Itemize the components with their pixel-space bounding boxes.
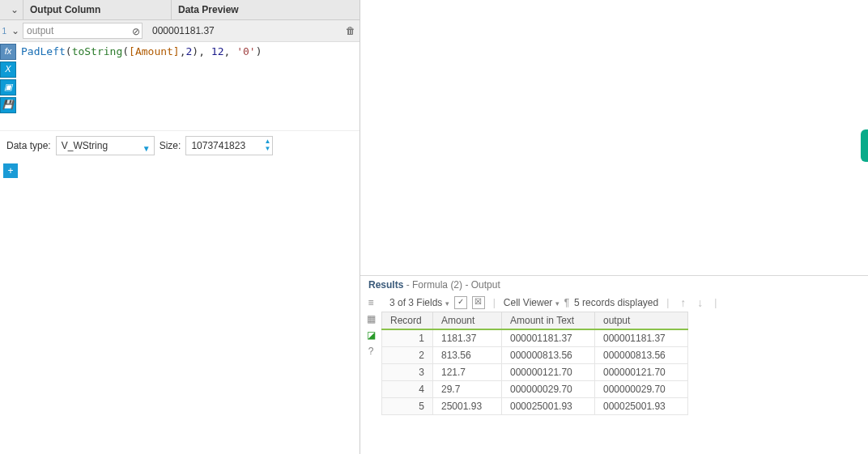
table-cell: 000000121.70 xyxy=(502,364,595,381)
table-cell: 000025001.93 xyxy=(502,398,595,415)
table-cell: 25001.93 xyxy=(433,398,502,415)
table-cell: 813.56 xyxy=(433,347,502,364)
config-header: ⌄ Output Column Data Preview xyxy=(0,0,360,20)
table-cell: 000001181.37 xyxy=(502,329,595,347)
collapse-all-icon[interactable]: ⌄ xyxy=(6,4,23,15)
table-cell: 000000813.56 xyxy=(595,347,688,364)
metadata-icon[interactable]: ▦ xyxy=(364,313,377,325)
size-spinner[interactable]: ▲▼ xyxy=(264,138,270,152)
table-row[interactable]: 429.7000000029.70000000029.70 xyxy=(382,381,688,398)
variable-icon[interactable]: X xyxy=(0,62,16,78)
table-cell: 000001181.37 xyxy=(595,329,688,347)
cell-viewer-dropdown[interactable]: Cell Viewer ▾ xyxy=(504,297,560,308)
table-cell: 1181.37 xyxy=(433,329,502,347)
output-field-row: 1 ⌄ output ⊘ 000001181.37 🗑 xyxy=(0,20,360,42)
row-collapse-icon[interactable]: ⌄ xyxy=(8,25,23,36)
add-expression-button[interactable]: + xyxy=(3,163,18,178)
col-amount[interactable]: Amount xyxy=(433,312,502,330)
table-cell: 2 xyxy=(382,347,433,364)
table-cell: 000000029.70 xyxy=(595,381,688,398)
table-cell: 4 xyxy=(382,381,433,398)
dropdown-icon: ▼ xyxy=(143,140,151,158)
fx-icon[interactable]: fx xyxy=(0,44,16,60)
check-icon[interactable]: ✓ xyxy=(454,296,467,309)
cancel-icon[interactable]: ☒ xyxy=(472,296,485,309)
records-label: 5 records displayed xyxy=(574,297,658,308)
data-type-label: Data type: xyxy=(6,140,51,151)
table-cell: 3 xyxy=(382,364,433,381)
save-icon[interactable]: 💾 xyxy=(0,97,16,113)
table-cell: 000025001.93 xyxy=(595,398,688,415)
row-handle-icon[interactable]: 1 xyxy=(0,27,8,36)
prev-records-icon[interactable]: ↑ xyxy=(680,296,686,309)
data-type-select[interactable]: V_WString ▼ xyxy=(56,136,155,155)
folder-icon[interactable]: ▣ xyxy=(0,79,16,95)
results-side-toolbar: ≡ ▦ ◪ ? xyxy=(360,294,381,454)
table-row[interactable]: 3121.7000000121.70000000121.70 xyxy=(382,364,688,381)
table-cell: 29.7 xyxy=(433,381,502,398)
pilcrow-icon[interactable]: ¶ xyxy=(564,297,569,308)
col-output[interactable]: output xyxy=(595,312,688,330)
clear-output-icon[interactable]: ⊘ xyxy=(132,24,140,39)
results-toolbar: 3 of 3 Fields ▾ ✓ ☒ | Cell Viewer ▾ ¶ 5 … xyxy=(381,294,868,312)
col-amount-text[interactable]: Amount in Text xyxy=(502,312,595,330)
results-panel: Results - Formula (2) - Output ≡ ▦ ◪ ? 3… xyxy=(360,275,868,454)
fields-dropdown[interactable]: 3 of 3 Fields ▾ xyxy=(389,297,449,308)
table-cell: 000000029.70 xyxy=(502,381,595,398)
size-label: Size: xyxy=(160,140,181,151)
table-cell: 5 xyxy=(382,398,433,415)
size-input[interactable]: 1073741823 ▲▼ xyxy=(185,136,273,155)
data-view-icon[interactable]: ◪ xyxy=(364,329,377,341)
col-record[interactable]: Record xyxy=(382,312,433,330)
workflow-canvas[interactable]: output = PadLeft(toString([Amount],2), 1… xyxy=(360,0,868,275)
data-preview-header: Data Preview xyxy=(171,0,360,19)
data-preview-value: 000001181.37 xyxy=(146,25,342,36)
table-row[interactable]: 525001.93000025001.93000025001.93 xyxy=(382,398,688,415)
data-type-row: Data type: V_WString ▼ Size: 1073741823 … xyxy=(0,130,360,160)
formula-editor[interactable]: PadLeft(toString([Amount],2), 12, '0') xyxy=(16,42,360,130)
text-input-tool[interactable] xyxy=(861,129,868,162)
table-header-row: Record Amount Amount in Text output xyxy=(382,312,688,330)
output-column-input[interactable]: output ⊘ xyxy=(23,23,143,39)
table-cell: 1 xyxy=(382,329,433,347)
formula-toolbar: fx X ▣ 💾 xyxy=(0,42,16,130)
next-records-icon[interactable]: ↓ xyxy=(697,296,703,309)
help-icon[interactable]: ? xyxy=(364,346,377,357)
output-column-value: output xyxy=(27,25,53,36)
formula-config-panel: ⌄ Output Column Data Preview 1 ⌄ output … xyxy=(0,0,360,454)
table-cell: 121.7 xyxy=(433,364,502,381)
table-cell: 000000121.70 xyxy=(595,364,688,381)
results-title: Results - Formula (2) - Output xyxy=(360,276,868,294)
table-row[interactable]: 2813.56000000813.56000000813.56 xyxy=(382,347,688,364)
table-cell: 000000813.56 xyxy=(502,347,595,364)
output-column-header: Output Column xyxy=(23,0,171,19)
messages-icon[interactable]: ≡ xyxy=(364,297,377,308)
formula-text: PadLeft(toString([Amount],2), 12, '0') xyxy=(21,45,262,57)
results-table: Record Amount Amount in Text output 1118… xyxy=(381,312,688,415)
table-row[interactable]: 11181.37000001181.37000001181.37 xyxy=(382,329,688,347)
delete-row-icon[interactable]: 🗑 xyxy=(342,25,360,36)
